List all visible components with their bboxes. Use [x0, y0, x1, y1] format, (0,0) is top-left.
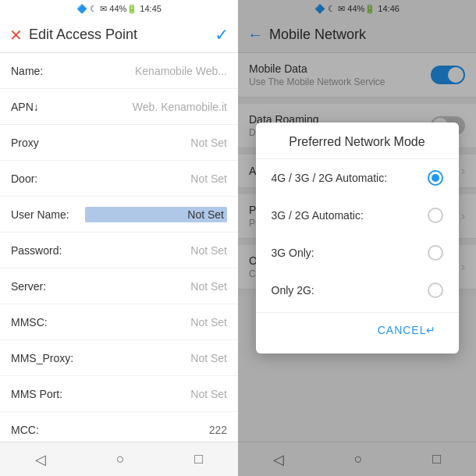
form-value: Not Set	[85, 316, 227, 329]
modal-option-3[interactable]: Only 2G:	[256, 272, 459, 309]
recent-nav-left[interactable]: □	[194, 451, 203, 467]
modal-cancel-button[interactable]: CANCEL↵	[368, 319, 446, 341]
modal-title: Preferred Network Mode	[256, 135, 459, 159]
status-bar-left: 🔷 ☾ ✉ 44%🔋 14:45	[0, 0, 238, 17]
form-label: MMS_Proxy:	[11, 352, 85, 364]
form-value: Not Set	[85, 388, 227, 400]
modal-option-label: 4G / 3G / 2G Automatic:	[272, 172, 388, 184]
form-value: Not Set	[85, 207, 227, 222]
status-text-left: 🔷 ☾ ✉ 44%🔋 14:45	[76, 4, 162, 14]
form-label: MCC:	[11, 424, 85, 436]
radio-button-2[interactable]	[428, 245, 443, 261]
left-panel: 🔷 ☾ ✉ 44%🔋 14:45 ✕ Edit Access Point ✓ N…	[0, 0, 238, 476]
form-row[interactable]: MCC:222	[0, 412, 238, 442]
form-row[interactable]: APN↓Web. Kenamobile.it	[0, 89, 238, 125]
close-button[interactable]: ✕	[9, 26, 23, 44]
form-value: Not Set	[85, 280, 227, 293]
form-label: User Name:	[11, 208, 85, 221]
form-row[interactable]: Password:Not Set	[0, 233, 238, 268]
form-row[interactable]: ProxyNot Set	[0, 125, 238, 161]
form-row[interactable]: MMS Port:Not Set	[0, 376, 238, 412]
form-value: Not Set	[85, 244, 227, 257]
form-row[interactable]: User Name:Not Set	[0, 197, 238, 233]
radio-button-0[interactable]	[428, 170, 443, 186]
form-value: Web. Kenamobile.it	[85, 101, 227, 113]
nav-bar-left: ◁ ○ □	[0, 442, 238, 476]
preferred-network-modal: Preferred Network Mode 4G / 3G / 2G Auto…	[256, 123, 459, 353]
back-nav-left[interactable]: ◁	[35, 451, 46, 468]
form-label: Name:	[11, 65, 85, 77]
form-label: Password:	[11, 244, 85, 257]
modal-option-2[interactable]: 3G Only:	[256, 234, 459, 272]
form-label: Proxy	[11, 137, 85, 149]
radio-button-1[interactable]	[428, 208, 443, 223]
form-row[interactable]: MMSC:Not Set	[0, 304, 238, 340]
form-row[interactable]: Door:Not Set	[0, 161, 238, 197]
header-left: ✕ Edit Access Point ✓	[0, 17, 238, 53]
form-value: 222	[85, 424, 227, 436]
form-list: Name:Kenamobile Web...APN↓Web. Kenamobil…	[0, 53, 238, 442]
save-button[interactable]: ✓	[215, 25, 229, 45]
form-row[interactable]: Server:Not Set	[0, 268, 238, 304]
edit-apn-title: Edit Access Point	[29, 27, 215, 43]
form-label: MMSC:	[11, 316, 85, 329]
form-label: Door:	[11, 172, 85, 185]
modal-option-0[interactable]: 4G / 3G / 2G Automatic:	[256, 159, 459, 197]
form-row[interactable]: MMS_Proxy:Not Set	[0, 340, 238, 376]
form-value: Not Set	[85, 137, 227, 149]
form-row[interactable]: Name:Kenamobile Web...	[0, 53, 238, 89]
form-label: Server:	[11, 280, 85, 293]
form-value: Not Set	[85, 352, 227, 364]
modal-option-1[interactable]: 3G / 2G Automatic:	[256, 197, 459, 234]
radio-button-3[interactable]	[428, 282, 443, 298]
modal-actions: CANCEL↵	[256, 312, 459, 347]
modal-overlay: Preferred Network Mode 4G / 3G / 2G Auto…	[238, 0, 476, 476]
home-nav-left[interactable]: ○	[116, 451, 125, 467]
right-panel: 🔷 ☾ ✉ 44%🔋 14:46 ← Mobile Network Mobile…	[238, 0, 476, 476]
form-label: MMS Port:	[11, 388, 85, 400]
form-label: APN↓	[11, 101, 85, 113]
modal-option-label: 3G Only:	[272, 247, 314, 259]
form-value: Kenamobile Web...	[85, 65, 227, 77]
modal-option-label: 3G / 2G Automatic:	[272, 209, 364, 222]
modal-option-label: Only 2G:	[272, 284, 314, 297]
form-value: Not Set	[85, 172, 227, 185]
modal-options: 4G / 3G / 2G Automatic:3G / 2G Automatic…	[256, 159, 459, 309]
